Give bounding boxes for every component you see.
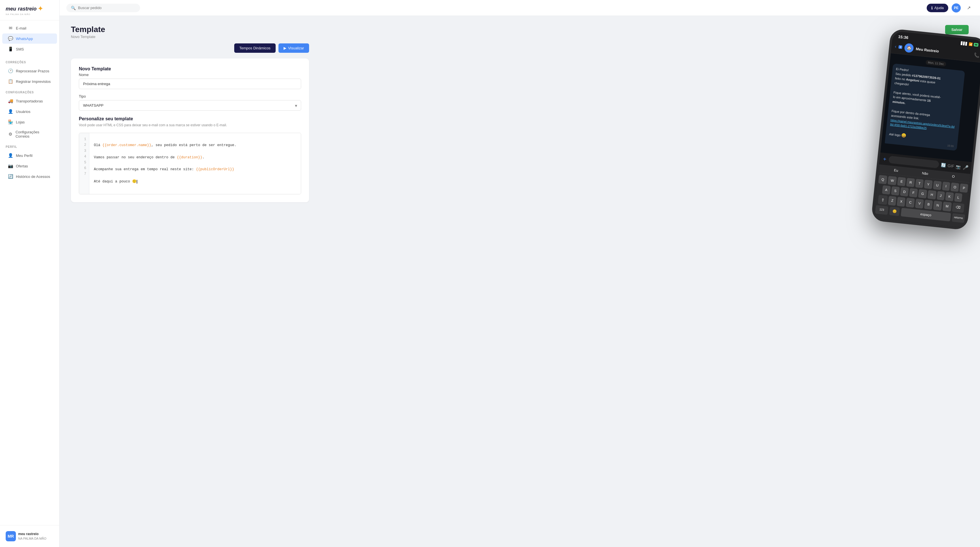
page-header: Template Novo Template <box>71 25 969 39</box>
search-icon: 🔍 <box>71 6 76 10</box>
sidebar: meu rastreio ✦ NA PALMA DA MÃO ✉ E-mail … <box>0 0 60 547</box>
code-content[interactable]: Olá {{order.customer.name}}, seu pedido … <box>89 133 301 194</box>
sidebar-item-reprocessar[interactable]: 🕐 Reprocessar Prazos <box>2 66 57 76</box>
key-o[interactable]: O <box>950 182 959 192</box>
key-123[interactable]: 123 <box>875 205 888 215</box>
user-avatar[interactable]: PE <box>951 3 961 13</box>
wa-message: Ei Pedro! Seu pedido #1379620973539-01 f… <box>885 64 965 151</box>
battery-badge: 98 <box>974 43 978 47</box>
page-title: Template <box>71 25 969 34</box>
wa-back-button[interactable]: ‹ <box>895 44 897 49</box>
suggestion-1[interactable]: Eu <box>894 168 898 172</box>
main-area: 🔍 ℹ Ajuda PE ↗ Salvar Template Novo Temp… <box>60 0 980 547</box>
wa-mic-button[interactable]: 🎤 <box>963 164 969 171</box>
key-c[interactable]: C <box>906 198 915 208</box>
sidebar-item-correios-label: Configurações Correios <box>16 130 51 139</box>
share-button[interactable]: ↗ <box>964 3 973 13</box>
visualize-button[interactable]: ▶ Visualizar <box>278 43 309 53</box>
help-icon: ℹ <box>931 6 933 10</box>
key-n[interactable]: N <box>933 201 942 211</box>
key-b[interactable]: B <box>924 200 933 210</box>
key-l[interactable]: L <box>954 193 963 202</box>
search-box[interactable]: 🔍 <box>66 4 140 12</box>
key-e[interactable]: E <box>897 177 906 187</box>
key-z[interactable]: Z <box>888 196 897 206</box>
key-x[interactable]: X <box>897 197 906 207</box>
code-lines: 1 2 3 4 5 6 7 Olá {{order.customer.name}… <box>79 133 301 194</box>
key-s[interactable]: S <box>891 186 900 196</box>
key-return[interactable]: retorno <box>951 213 965 223</box>
correios-icon: ⚙ <box>8 132 13 137</box>
key-v[interactable]: V <box>915 199 924 209</box>
sms-icon: 📱 <box>8 46 13 52</box>
key-j[interactable]: J <box>937 191 945 200</box>
wa-call-button[interactable]: 📞 <box>974 52 980 58</box>
sidebar-item-email[interactable]: ✉ E-mail <box>2 23 57 33</box>
key-g[interactable]: G <box>918 189 927 198</box>
customize-section: Personalize seu template Você pode usar … <box>79 116 301 195</box>
suggestion-3[interactable]: O <box>952 174 955 179</box>
name-field-group: Nome <box>79 73 301 89</box>
key-d[interactable]: D <box>900 187 909 197</box>
wa-sticker-icon[interactable]: 🔄 <box>941 163 946 167</box>
sidebar-item-usuarios[interactable]: 👤 Usuários <box>2 106 57 116</box>
key-u[interactable]: U <box>933 181 942 190</box>
phone-screen: 15:36 ▋▋▋ 📶 98 ‹ 3 🏠 <box>873 31 980 228</box>
key-r[interactable]: R <box>906 178 915 187</box>
form-section-title: Novo Template <box>79 66 301 72</box>
sidebar-item-meu-perfil[interactable]: 👤 Meu Perfil <box>2 150 57 161</box>
signal-icon: ▋▋▋ <box>961 41 968 46</box>
code-line-3: Vamos passar no seu endereço dentro de {… <box>94 155 204 159</box>
key-t[interactable]: T <box>915 179 924 188</box>
key-q[interactable]: Q <box>878 175 887 184</box>
key-i[interactable]: I <box>942 182 950 191</box>
wa-badge: 3 <box>899 45 903 49</box>
key-k[interactable]: K <box>945 192 954 201</box>
suggestion-2[interactable]: Não <box>922 171 928 175</box>
perfil-icon: 👤 <box>8 153 13 158</box>
sidebar-item-sms[interactable]: 📱 SMS <box>2 44 57 54</box>
sidebar-item-transportadoras[interactable]: 🚚 Transportadoras <box>2 96 57 106</box>
content-area: Salvar Template Novo Template Tempos Din… <box>60 16 980 547</box>
key-w[interactable]: W <box>888 176 897 185</box>
type-select[interactable]: WHATSAPP <box>79 100 301 111</box>
line-numbers: 1 2 3 4 5 6 7 <box>79 133 89 194</box>
sidebar-item-ofertas-label: Ofertas <box>16 164 28 168</box>
historico-icon: 🔄 <box>8 174 13 179</box>
code-editor[interactable]: 1 2 3 4 5 6 7 Olá {{order.customer.name}… <box>79 133 301 195</box>
sidebar-item-registrar[interactable]: 📋 Registrar Imprevistos <box>2 76 57 86</box>
usuarios-icon: 👤 <box>8 109 13 114</box>
wa-message-text: Ei Pedro! Seu pedido #1379620973539-01 f… <box>889 67 961 144</box>
code-line-1: Olá {{order.customer.name}}, seu pedido … <box>94 143 237 147</box>
key-p[interactable]: P <box>959 183 968 193</box>
shift-key[interactable]: ⇧ <box>878 195 888 205</box>
wa-plus-button[interactable]: + <box>883 155 887 162</box>
key-f[interactable]: F <box>909 188 918 198</box>
help-button[interactable]: ℹ Ajuda <box>927 4 948 12</box>
sidebar-item-lojas[interactable]: 🏪 Lojas <box>2 117 57 127</box>
wa-camera-icon[interactable]: 📷 <box>956 164 961 169</box>
sidebar-item-ofertas[interactable]: 📷 Ofertas <box>2 161 57 171</box>
email-icon: ✉ <box>8 26 13 30</box>
sidebar-item-configuracoes-correios[interactable]: ⚙ Configurações Correios <box>2 128 57 141</box>
sidebar-item-whatsapp[interactable]: 💬 WhatsApp <box>2 33 57 44</box>
type-select-wrapper: WHATSAPP ▾ <box>79 100 301 111</box>
key-h[interactable]: H <box>927 190 936 199</box>
key-a[interactable]: A <box>882 185 891 195</box>
key-m[interactable]: M <box>942 202 951 212</box>
dynamic-times-button[interactable]: Tempos Dinâmicos <box>234 43 275 53</box>
wa-input-icons: 🔄 GIF 📷 <box>941 163 961 169</box>
logo-area: meu rastreio ✦ NA PALMA DA MÃO <box>0 0 59 21</box>
search-input[interactable] <box>78 6 135 10</box>
sidebar-item-lojas-label: Lojas <box>16 120 25 124</box>
wa-contact-name: Meu Rastreio <box>916 46 972 57</box>
phone-mockup: 15:36 ▋▋▋ 📶 98 ‹ 3 🏠 <box>871 29 980 230</box>
avatar-initials: PE <box>954 6 958 10</box>
key-emoji[interactable]: 😊 <box>889 207 900 216</box>
section-label-perfil: PERFIL <box>0 141 59 150</box>
name-input[interactable] <box>79 78 301 89</box>
key-y[interactable]: Y <box>924 180 933 189</box>
wa-gif-icon[interactable]: GIF <box>947 163 955 169</box>
sidebar-item-historico[interactable]: 🔄 Histórico de Acessos <box>2 171 57 182</box>
delete-key[interactable]: ⌫ <box>952 203 964 213</box>
